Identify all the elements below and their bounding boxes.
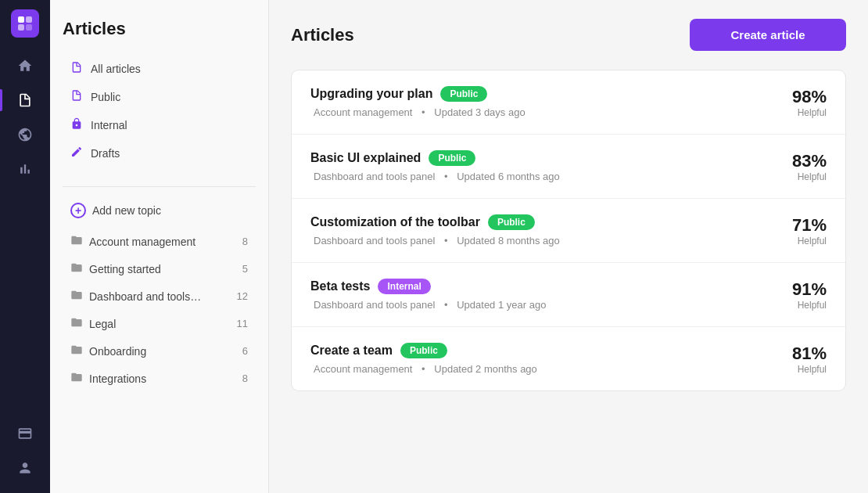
article-info: Create a team Public Account management … — [310, 343, 764, 375]
article-stats: 83% Helpful — [764, 151, 827, 182]
article-meta: Dashboard and tools panel • Updated 6 mo… — [310, 171, 764, 182]
helpful-percent: 98% — [764, 87, 827, 107]
article-stats: 81% Helpful — [764, 344, 827, 375]
stat-label: Helpful — [764, 236, 827, 246]
stat-label: Helpful — [764, 171, 827, 182]
topic-dashboard[interactable]: Dashboard and tools… 12 — [63, 282, 256, 310]
article-title-row: Create a team Public — [310, 343, 764, 358]
article-title: Upgrading your plan — [310, 87, 432, 101]
card-icon[interactable] — [9, 418, 41, 449]
helpful-percent: 81% — [764, 344, 827, 364]
folder-icon — [70, 289, 83, 304]
topic-legal[interactable]: Legal 11 — [63, 310, 256, 337]
svg-rect-1 — [26, 16, 32, 23]
topic-account-management[interactable]: Account management 8 — [63, 228, 256, 255]
article-row[interactable]: Beta tests Internal Dashboard and tools … — [292, 263, 845, 327]
articles-icon[interactable] — [9, 85, 41, 116]
article-row[interactable]: Upgrading your plan Public Account manag… — [292, 70, 845, 135]
app-logo[interactable] — [11, 9, 39, 38]
chart-icon[interactable] — [9, 153, 41, 185]
article-row[interactable]: Create a team Public Account management … — [292, 327, 845, 390]
stat-label: Helpful — [764, 364, 827, 375]
article-meta: Account management • Updated 2 months ag… — [310, 363, 764, 375]
home-icon[interactable] — [9, 50, 41, 81]
article-row[interactable]: Basic UI explained Public Dashboard and … — [292, 135, 845, 199]
article-title: Create a team — [310, 344, 393, 358]
status-badge: Public — [429, 150, 475, 166]
article-stats: 98% Helpful — [764, 87, 827, 118]
article-row[interactable]: Customization of the toolbar Public Dash… — [292, 199, 845, 263]
svg-rect-0 — [18, 16, 24, 23]
article-title: Beta tests — [310, 279, 370, 293]
filter-public[interactable]: Public — [63, 83, 256, 111]
folder-icon — [70, 344, 83, 358]
filter-list: All articles Public Internal Drafts — [63, 55, 256, 167]
plus-icon: + — [70, 203, 86, 218]
article-stats: 71% Helpful — [764, 215, 827, 246]
article-meta: Dashboard and tools panel • Updated 1 ye… — [310, 299, 764, 311]
svg-rect-3 — [26, 24, 32, 31]
page-title: Articles — [63, 19, 256, 39]
public-icon — [70, 89, 83, 105]
main-content: Articles Create article Upgrading your p… — [269, 0, 868, 493]
helpful-percent: 83% — [764, 151, 827, 171]
article-title: Basic UI explained — [310, 151, 421, 165]
status-badge: Public — [440, 86, 487, 102]
edit-icon — [70, 146, 83, 161]
status-badge: Public — [488, 214, 535, 230]
article-info: Upgrading your plan Public Account manag… — [310, 86, 764, 118]
articles-list: Upgrading your plan Public Account manag… — [291, 70, 846, 391]
helpful-percent: 91% — [764, 279, 827, 300]
folder-icon — [70, 316, 83, 331]
status-badge: Public — [400, 343, 447, 358]
create-article-button[interactable]: Create article — [690, 19, 846, 51]
filter-all-articles[interactable]: All articles — [63, 55, 256, 83]
svg-rect-2 — [18, 24, 24, 31]
add-new-topic-button[interactable]: + Add new topic — [63, 196, 256, 225]
lock-icon — [70, 117, 83, 133]
all-articles-icon — [70, 61, 83, 77]
article-title-row: Beta tests Internal — [310, 279, 764, 294]
filter-internal[interactable]: Internal — [63, 111, 256, 139]
article-title: Customization of the toolbar — [310, 215, 480, 229]
article-stats: 91% Helpful — [764, 279, 827, 311]
topic-getting-started[interactable]: Getting started 5 — [63, 255, 256, 282]
article-title-row: Upgrading your plan Public — [310, 86, 764, 102]
stat-label: Helpful — [764, 300, 827, 311]
topic-onboarding[interactable]: Onboarding 6 — [63, 337, 256, 365]
main-header: Articles Create article — [291, 19, 846, 51]
globe-icon[interactable] — [9, 119, 41, 150]
article-title-row: Basic UI explained Public — [310, 150, 764, 166]
divider — [63, 186, 256, 187]
folder-icon — [70, 261, 83, 276]
sidebar — [0, 0, 50, 493]
status-badge: Internal — [378, 279, 430, 294]
topic-list: Account management 8 Getting started 5 D… — [63, 228, 256, 392]
article-title-row: Customization of the toolbar Public — [310, 214, 764, 230]
helpful-percent: 71% — [764, 215, 827, 236]
folder-icon — [70, 234, 83, 249]
article-info: Basic UI explained Public Dashboard and … — [310, 150, 764, 182]
filter-drafts[interactable]: Drafts — [63, 139, 256, 167]
topic-integrations[interactable]: Integrations 8 — [63, 365, 256, 392]
article-meta: Dashboard and tools panel • Updated 8 mo… — [310, 235, 764, 246]
article-info: Customization of the toolbar Public Dash… — [310, 214, 764, 246]
user-icon[interactable] — [9, 452, 41, 484]
folder-icon — [70, 371, 83, 386]
article-meta: Account management • Updated 3 days ago — [310, 106, 764, 118]
main-title: Articles — [291, 25, 354, 45]
left-panel: Articles All articles Public Internal Dr… — [50, 0, 269, 493]
article-info: Beta tests Internal Dashboard and tools … — [310, 279, 764, 311]
stat-label: Helpful — [764, 107, 827, 118]
